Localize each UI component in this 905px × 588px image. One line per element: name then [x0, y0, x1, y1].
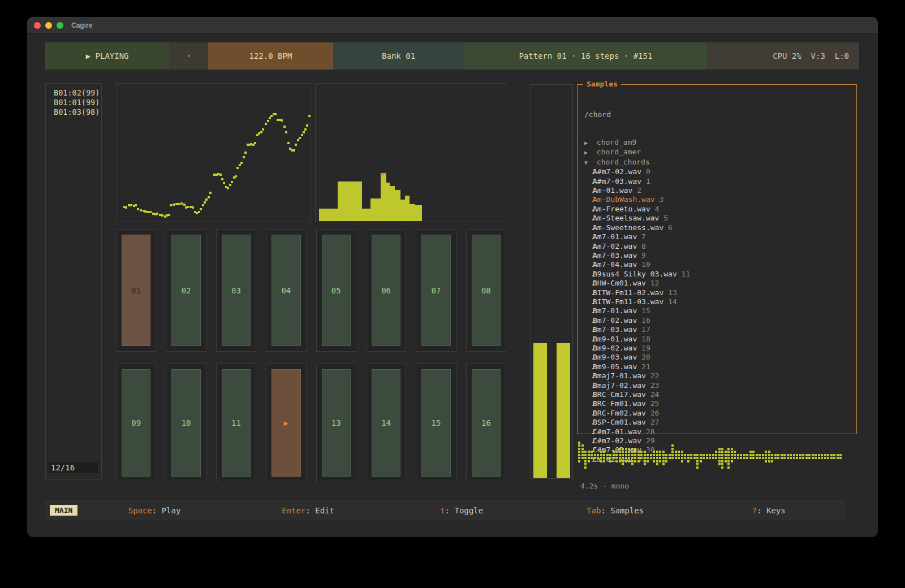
chevron-right-icon[interactable]: ▶: [584, 148, 592, 157]
sample-file-row[interactable]: ♪A#m7-02.wav 0: [584, 167, 856, 176]
scatter-point: [244, 152, 247, 154]
waveform-dot: [696, 454, 699, 456]
waveform-dot: [600, 457, 602, 459]
sample-file-row[interactable]: ♪Bm9-01.wav 18: [584, 335, 856, 344]
sample-file-row[interactable]: ♪B9sus4 Silky 03.wav 11: [584, 270, 856, 279]
pad-01[interactable]: 01: [116, 229, 156, 352]
sample-file-row[interactable]: ♪Bm9-02.wav 19: [584, 344, 856, 353]
pad-16[interactable]: 16: [466, 364, 506, 482]
waveform-dot: [656, 451, 658, 453]
pad-15[interactable]: 15: [416, 364, 456, 482]
waveform-dot: [759, 457, 761, 459]
pad-03[interactable]: 03: [216, 229, 256, 352]
sample-file-row[interactable]: ♪Bm9-03.wav 20: [584, 353, 856, 362]
sample-file-row[interactable]: ♪Am7-03.wav 9: [584, 251, 856, 260]
waveform-dot: [581, 457, 584, 459]
pad-06[interactable]: 06: [366, 229, 406, 352]
waveform-dot: [634, 454, 636, 456]
sample-file-row[interactable]: ♪Am-01.wav 2: [584, 186, 856, 195]
hint-key: t: [440, 506, 445, 515]
sample-file-row[interactable]: ♪BSP-Cm01.wav 27: [584, 418, 856, 427]
sample-file-row[interactable]: ♪A#m7-03.wav 1: [584, 177, 856, 186]
waveform-dot: [805, 454, 808, 456]
sample-file-row[interactable]: ♪Bm7-01.wav 15: [584, 306, 856, 315]
voice-readout-2: B01:03(98): [46, 107, 101, 117]
app-window: Cagire ▶ PLAYING·122.0 BPMBank 01Pattern…: [27, 17, 878, 537]
waveform-dot: [762, 454, 764, 456]
waveform-dot: [731, 448, 733, 450]
sample-file-row[interactable]: ♪BRC-Fm01.wav 25: [584, 399, 856, 408]
sample-file-row[interactable]: ♪BITW-Fm11-02.wav 13: [584, 288, 856, 297]
pad-13[interactable]: 13: [316, 364, 356, 482]
zoom-button[interactable]: [57, 22, 63, 29]
waveform-dot: [634, 460, 636, 462]
pad-02[interactable]: 02: [166, 229, 206, 352]
waveform-dot: [768, 451, 770, 453]
pad-08[interactable]: 08: [466, 229, 506, 352]
sample-file-row[interactable]: ♪Am-DubWash.wav 3: [584, 195, 856, 204]
waveform-dot: [681, 454, 683, 456]
waveform-dot: [625, 457, 627, 459]
pad-11[interactable]: 11: [216, 364, 256, 482]
music-note-icon: ♪: [584, 418, 593, 427]
scatter-point: [235, 175, 237, 178]
sample-file-row[interactable]: ♪Am-Steelsaw.wav 5: [584, 214, 856, 223]
waveform-dot: [662, 463, 665, 465]
waveform-dot: [631, 451, 634, 453]
pad-07[interactable]: 07: [416, 229, 456, 352]
folder-row-chord_am9[interactable]: ▶ chord_am9: [584, 138, 856, 148]
scatter-point: [236, 167, 239, 169]
waveform-dot: [622, 457, 624, 459]
header-segment-beat-dot: ·: [169, 42, 208, 70]
sample-file-index: 16: [641, 316, 650, 325]
sample-file-name: Am7-01.wav: [593, 232, 641, 241]
sample-file-row[interactable]: ♪BITW-Fm11-03.wav 14: [584, 297, 856, 306]
sample-file-row[interactable]: ♪Bmaj7-02.wav 23: [584, 381, 856, 390]
waveform-dot: [581, 448, 584, 450]
waveform-dot: [731, 457, 733, 459]
sample-file-row[interactable]: ♪Bm7-02.wav 16: [584, 316, 856, 325]
sample-file-row[interactable]: ♪BRC-Cm17.wav 24: [584, 390, 856, 399]
waveform-dot: [818, 454, 820, 456]
scatter-point: [267, 120, 269, 122]
folder-row-chord_amer[interactable]: ▶ chord_amer: [584, 148, 856, 157]
music-note-icon: ♪: [584, 232, 593, 241]
pad-05[interactable]: 05: [316, 229, 356, 352]
folder-row-chord_chords[interactable]: ▼ chord_chords: [584, 158, 856, 167]
waveform-dot: [752, 454, 755, 456]
scatter-point: [295, 144, 297, 146]
pad-12[interactable]: ▶: [266, 364, 306, 482]
pad-14[interactable]: 14: [366, 364, 406, 482]
sample-file-row[interactable]: ♪Bm7-03.wav 17: [584, 325, 856, 334]
sample-file-row[interactable]: ♪Am7-04.wav 10: [584, 260, 856, 269]
waveform-dot: [615, 454, 618, 456]
sample-file-index: 24: [650, 390, 660, 399]
pad-10[interactable]: 10: [166, 364, 206, 482]
sample-file-row[interactable]: ♪BRC-Fm02.wav 26: [584, 409, 856, 418]
voices-panel: B01:02(99)B01:01(99)B01:03(98) 12/16: [45, 83, 102, 479]
sample-file-row[interactable]: ♪Am-Sweetness.wav 6: [584, 223, 856, 232]
close-button[interactable]: [34, 22, 41, 29]
hint-key: Space: [128, 506, 152, 515]
waveform-dot: [783, 454, 786, 456]
waveform-dot: [613, 457, 615, 459]
header-segment-bpm: 122.0 BPM: [208, 42, 333, 70]
waveform-dot: [727, 463, 730, 465]
active-voices-list: B01:02(99)B01:01(99)B01:03(98): [46, 84, 101, 117]
sample-file-row[interactable]: ♪Bm9-05.wav 21: [584, 362, 856, 371]
chevron-right-icon[interactable]: ▶: [584, 139, 592, 148]
waveform-dot: [622, 454, 624, 456]
sample-file-row[interactable]: ♪C#m7-01.wav 28: [584, 427, 856, 436]
sample-file-row[interactable]: ♪Bmaj7-01.wav 22: [584, 371, 856, 381]
pad-04[interactable]: 04: [266, 229, 306, 352]
sample-file-row[interactable]: ♪Am7-01.wav 7: [584, 232, 856, 241]
sample-file-row[interactable]: ♪Am7-02.wav 8: [584, 242, 856, 251]
sample-file-row[interactable]: ♪BHW-Cm01.wav 12: [584, 279, 856, 288]
pad-09[interactable]: 09: [116, 364, 156, 482]
waveform-dot: [696, 463, 699, 465]
sample-file-row[interactable]: ♪Am-Freeto.wav 4: [584, 205, 856, 214]
waveform-dot: [619, 448, 621, 450]
chevron-down-icon[interactable]: ▼: [584, 158, 592, 167]
minimize-button[interactable]: [45, 22, 52, 29]
music-note-icon: ♪: [584, 205, 593, 214]
